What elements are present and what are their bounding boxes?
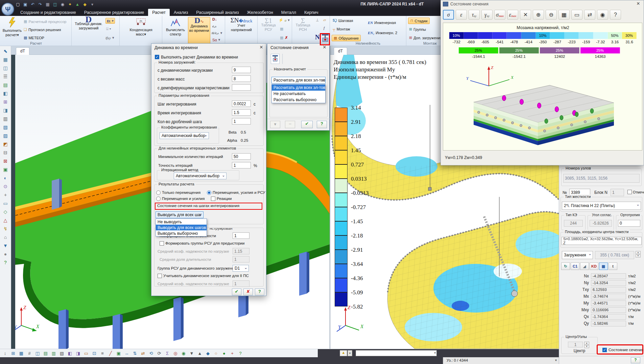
left-toolbar-icon[interactable]: ◩ <box>1 140 9 148</box>
reactions-checkbox[interactable] <box>211 197 215 201</box>
bottom-toolbar-icon[interactable]: ⇅ <box>131 350 139 357</box>
ribbon-tab[interactable]: Расширенный анализ <box>192 9 243 16</box>
bottom-toolbar-icon[interactable]: ▭ <box>82 350 90 357</box>
ribbon-tab[interactable]: Кирпич <box>300 9 322 16</box>
left-toolbar-icon[interactable]: ◧ <box>1 90 9 97</box>
engineering2-nonlin-button[interactable]: EN₂Инженерн. 2 <box>368 31 397 35</box>
panel-tab[interactable]: t <box>609 263 617 270</box>
iteration-accuracy-input[interactable]: 1 <box>232 162 251 168</box>
run-dynamics-checkbox[interactable] <box>155 55 159 59</box>
integration-step-input[interactable]: 0.0022 <box>232 100 251 107</box>
bottom-toolbar-icon[interactable]: ╱ <box>107 350 114 357</box>
warning-mode-icon[interactable]: ▲ <box>340 350 347 356</box>
left-view-tab[interactable]: dT <box>16 47 29 55</box>
n-button[interactable]: N <box>315 33 320 41</box>
panel-tab[interactable]: ▦ <box>599 263 608 270</box>
displ-forces-rsu-radio[interactable] <box>207 190 211 195</box>
mini-meak-button[interactable]: ṁ/eₐₖ▾ <box>212 31 222 35</box>
compute-spectrum-button[interactable]: Вычислить спектр <box>164 18 187 37</box>
window-tool-button[interactable]: ? <box>610 10 621 20</box>
left-toolbar-icon[interactable]: ? <box>1 259 9 266</box>
window-tool-button[interactable]: ε <box>456 10 467 20</box>
form-rsu-groups-checkbox[interactable] <box>160 241 164 246</box>
window-tool-button[interactable]: εmax <box>507 10 518 20</box>
panel-help-button[interactable]: ? <box>631 357 640 363</box>
calc-processor-button[interactable]: ▦Расчетный процессор <box>24 19 66 24</box>
left-toolbar-icon[interactable]: ▣ <box>1 166 9 173</box>
step-method-button[interactable]: S⤸Шаговая <box>333 19 353 23</box>
left-toolbar-icon[interactable]: ⊟ <box>1 149 9 156</box>
cancel-button[interactable]: ✘ <box>243 289 253 295</box>
stress-account-button[interactable]: ΣN�druck Учет напряжений <box>228 18 255 32</box>
quick-access-icon[interactable]: ▾ <box>89 1 95 7</box>
left-toolbar-icon[interactable]: ● <box>1 250 9 258</box>
section-state-tab[interactable] <box>271 54 280 64</box>
left-toolbar-icon[interactable]: ▧ <box>1 123 9 131</box>
dropdown-option[interactable]: Не выводить <box>156 219 207 225</box>
displ-forces-radio[interactable] <box>156 197 161 201</box>
left-toolbar-icon[interactable]: ▥ <box>1 115 9 122</box>
integration-time-input[interactable]: 1.5 <box>232 109 251 116</box>
rsn-frame-button[interactable]: ▱ <box>323 18 326 22</box>
chevron-down-icon[interactable]: ▾ <box>555 358 557 362</box>
left-toolbar-icon[interactable]: ⊞ <box>1 98 9 106</box>
rsn-table-button[interactable]: Σ Таблица РСН <box>293 19 312 32</box>
left-toolbar-icon[interactable]: ◨ <box>1 107 9 114</box>
section-state-checkbox[interactable] <box>602 348 607 352</box>
mini-salpha-button[interactable]: Sα▾ <box>212 38 220 42</box>
output-steps-select[interactable]: Выводить для всех шаг <box>156 211 204 218</box>
rsn-fx-button[interactable]: ƒ <box>323 26 325 30</box>
app-logo[interactable]: Ψ <box>1 3 14 16</box>
bottom-toolbar-icon[interactable]: ● <box>220 350 228 357</box>
mode-dropdown-arrow[interactable]: ▾ <box>348 350 352 356</box>
left-toolbar-icon[interactable]: ◐ <box>1 174 9 182</box>
step-divisions-input[interactable]: 1 <box>232 118 251 124</box>
apply-button[interactable]: ✔ <box>301 121 313 128</box>
quick-access-icon[interactable]: ◉ <box>59 1 66 7</box>
bottom-toolbar-icon[interactable]: ◆ <box>204 350 212 357</box>
coef-method-select[interactable]: Автоматический выбор <box>160 132 209 139</box>
dyn-mini-button[interactable]: D|▾ <box>105 18 115 24</box>
bottom-toolbar-icon[interactable]: ? <box>237 350 244 357</box>
bottom-toolbar-icon[interactable]: ▼ <box>188 350 195 357</box>
assign-calc-select[interactable]: Рассчитать для всех эл-тов <box>271 77 326 84</box>
quick-access-icon[interactable]: ↶ <box>30 1 36 7</box>
dropdown-option[interactable]: Выводить для всех шагов <box>156 225 207 230</box>
left-toolbar-icon[interactable]: ▨ <box>1 132 9 139</box>
quick-access-icon[interactable]: ◫ <box>52 1 58 7</box>
montage-button[interactable]: ┬Монтаж <box>333 27 350 31</box>
bottom-toolbar-icon[interactable]: ≡ <box>99 350 106 357</box>
quick-access-icon[interactable]: ▦ <box>45 1 51 7</box>
extra-loads-button[interactable]: ⊞Доп. загружения <box>409 36 442 40</box>
stiffness-type-select[interactable]: 2*i. Пластина Н 22 (Плиты) <box>562 202 641 210</box>
rsu-grid-button[interactable]: ▦ <box>280 27 283 31</box>
left-toolbar-icon[interactable]: ⌂ <box>1 233 9 241</box>
left-toolbar-icon[interactable]: ☰ <box>1 73 9 80</box>
bottom-toolbar-icon[interactable]: ◨ <box>74 350 82 357</box>
left-toolbar-icon[interactable]: ◇ <box>1 208 9 215</box>
bottom-toolbar-icon[interactable]: ⊡ <box>91 350 98 357</box>
bottom-toolbar-icon[interactable]: ⟲ <box>147 350 155 357</box>
mini-eak-button[interactable]: eₐₖ <box>212 24 217 28</box>
bottom-toolbar-icon[interactable]: ◎ <box>172 350 179 357</box>
bottom-toolbar-icon[interactable]: ⟳ <box>156 350 163 357</box>
bottom-toolbar-icon[interactable]: ◧ <box>66 350 74 357</box>
bottom-toolbar-icon[interactable]: ▥ <box>50 350 57 357</box>
help-button[interactable]: ? <box>255 289 264 295</box>
center-spinner[interactable]: ▲▼ <box>584 342 589 348</box>
window-tool-button[interactable]: ⊖ <box>546 10 557 20</box>
time-dynamics-button[interactable]: D∿ Динамика во времени <box>188 17 210 44</box>
mass-weights-input[interactable]: 8 <box>232 75 251 82</box>
bottom-toolbar-icon[interactable]: ↕ <box>1 350 9 357</box>
rsu-group-select[interactable]: D1 <box>233 265 249 272</box>
section-state-tool-button[interactable] <box>322 33 329 44</box>
left-toolbar-icon[interactable]: △ <box>1 217 9 224</box>
bottom-toolbar-icon[interactable]: + <box>229 350 236 357</box>
dynamic-load-iips-checkbox[interactable] <box>158 274 162 278</box>
quick-access-icon[interactable]: ▣ <box>22 1 28 7</box>
bottom-toolbar-icon[interactable]: ◉ <box>180 350 187 357</box>
window-tool-button[interactable]: ▦ <box>558 10 570 20</box>
ribbon-tab[interactable]: Металл <box>277 9 300 16</box>
bottom-toolbar-icon[interactable]: Σ <box>164 350 171 357</box>
window-tool-button[interactable]: γxy <box>481 10 493 20</box>
